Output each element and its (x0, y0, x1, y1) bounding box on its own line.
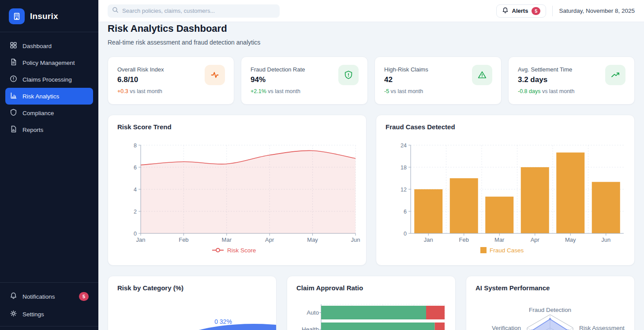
kpi-delta: +0.3 vs last month (117, 88, 162, 94)
page-title: Risk Analytics Dashboard (108, 23, 227, 34)
svg-text:4: 4 (134, 187, 137, 193)
svg-text:24: 24 (401, 142, 407, 149)
sidebar-item-compliance[interactable]: Compliance (5, 105, 93, 121)
search-input[interactable] (122, 8, 275, 14)
claim-approval-chart: AutoHealth (287, 276, 456, 330)
fraud-cases-chart: 06121824JanFebMarAprMayJunFraud Cases (376, 115, 635, 266)
svg-text:18: 18 (401, 165, 407, 171)
sidebar-item-label: Reports (22, 127, 43, 133)
sidebar-item-label: Compliance (22, 110, 54, 116)
kpi-label: High-Risk Claims (384, 66, 428, 73)
notifications-badge: 5 (79, 292, 89, 301)
svg-text:Jan: Jan (136, 236, 146, 243)
svg-text:6: 6 (134, 165, 137, 171)
panel-fraud-cases: Fraud Cases Detected 06121824JanFebMarAp… (376, 115, 635, 266)
alerts-button[interactable]: Alerts 5 (496, 4, 547, 18)
sidebar-footer: Notifications 5 Settings (0, 283, 98, 326)
shield-icon (10, 109, 17, 117)
shield-alert-icon (338, 65, 359, 85)
date-text: Saturday, November 8, 2025 (559, 8, 635, 14)
brand: Insurix (0, 0, 98, 32)
page-content: Risk Analytics Dashboard Real-time risk … (98, 22, 644, 330)
alerts-badge: 5 (532, 7, 540, 15)
app-root: Insurix Dashboard Policy Management (0, 0, 644, 330)
kpi-value: 42 (384, 75, 393, 84)
bell-icon (10, 292, 17, 301)
svg-text:2: 2 (134, 209, 137, 215)
alerts-label: Alerts (512, 8, 528, 14)
kpi-label: Fraud Detection Rate (251, 66, 305, 73)
kpi-label: Avg. Settlement Time (518, 66, 572, 73)
sidebar: Insurix Dashboard Policy Management (0, 0, 98, 330)
bar-chart-icon (10, 92, 17, 101)
svg-text:Risk Assessment: Risk Assessment (579, 325, 625, 330)
kpi-value: 6.8/10 (117, 75, 138, 84)
kpi-card-high-risk-claims: High-Risk Claims 42 -5 vs last month (374, 56, 502, 105)
svg-text:Mar: Mar (222, 236, 232, 243)
activity-icon (205, 65, 225, 85)
panel-ai-performance: AI System Performance Fraud DetectionRis… (466, 276, 635, 330)
app-logo-icon (9, 8, 25, 24)
kpi-label: Overall Risk Index (117, 66, 164, 73)
svg-text:Apr: Apr (531, 236, 540, 243)
ai-performance-radar: Fraud DetectionRisk AssessmentVerificati… (466, 276, 635, 330)
svg-text:Jun: Jun (351, 236, 360, 243)
svg-text:6: 6 (404, 209, 407, 215)
svg-text:Health: Health (302, 326, 319, 330)
sidebar-item-label: Claims Processing (22, 76, 72, 83)
gear-icon (10, 310, 17, 319)
sidebar-item-policy-management[interactable]: Policy Management (5, 54, 93, 71)
svg-text:0: 0 (404, 231, 407, 237)
main-area: Alerts 5 Saturday, November 8, 2025 Risk… (98, 0, 644, 330)
sidebar-item-label: Notifications (22, 293, 55, 300)
svg-text:May: May (565, 236, 576, 243)
svg-text:May: May (307, 236, 318, 243)
kpi-value: 3.2 days (518, 75, 547, 84)
sidebar-item-label: Policy Management (22, 60, 75, 66)
alert-circle-icon (10, 75, 17, 84)
topbar: Alerts 5 Saturday, November 8, 2025 (98, 0, 644, 22)
topbar-divider (552, 6, 553, 16)
svg-text:0 32%: 0 32% (214, 318, 232, 325)
risk-by-category-pie: 0 32% (108, 276, 277, 330)
svg-text:Auto: Auto (307, 309, 319, 316)
sidebar-item-reports[interactable]: Reports (5, 121, 93, 138)
svg-text:Apr: Apr (265, 236, 274, 243)
svg-text:Feb: Feb (459, 236, 469, 243)
trending-up-icon (605, 65, 625, 85)
risk-score-trend-chart: 02468JanFebMarAprMayJunRisk Score (108, 115, 367, 266)
sidebar-item-label: Settings (22, 311, 44, 318)
kpi-delta: +2.1% vs last month (251, 88, 300, 94)
sidebar-item-label: Dashboard (22, 43, 52, 49)
kpi-card-fraud-detection: Fraud Detection Rate 94% +2.1% vs last m… (241, 56, 368, 105)
app-name: Insurix (30, 11, 58, 21)
svg-text:Mar: Mar (494, 236, 505, 243)
sidebar-nav: Dashboard Policy Management Claims Proce… (0, 32, 98, 282)
topbar-right: Alerts 5 Saturday, November 8, 2025 (496, 4, 635, 18)
sidebar-item-claims-processing[interactable]: Claims Processing (5, 71, 93, 88)
sidebar-item-dashboard[interactable]: Dashboard (5, 38, 93, 54)
page-subtitle: Real-time risk assessment and fraud dete… (108, 39, 260, 46)
kpi-delta: -0.8 days vs last month (518, 88, 575, 94)
svg-text:Fraud Cases: Fraud Cases (490, 247, 524, 254)
kpi-value: 94% (251, 75, 266, 84)
panel-risk-by-category: Risk by Category (%) 0 32% (108, 276, 277, 330)
svg-text:8: 8 (134, 142, 137, 149)
file-chart-icon (10, 125, 17, 134)
sidebar-item-notifications[interactable]: Notifications 5 (5, 288, 93, 305)
svg-text:Jun: Jun (601, 236, 610, 243)
grid-icon (10, 41, 17, 50)
kpi-delta: -5 vs last month (384, 88, 423, 94)
file-text-icon (10, 58, 17, 67)
sidebar-item-risk-analytics[interactable]: Risk Analytics (5, 88, 93, 105)
svg-text:12: 12 (401, 187, 407, 193)
search-bar[interactable] (108, 4, 280, 18)
bell-icon (502, 7, 509, 15)
svg-text:Verification: Verification (492, 325, 521, 330)
sidebar-item-settings[interactable]: Settings (5, 306, 93, 322)
kpi-card-settlement-time: Avg. Settlement Time 3.2 days -0.8 days … (508, 56, 635, 105)
panel-risk-score-trend: Risk Score Trend 02468JanFebMarAprMayJun… (108, 115, 367, 266)
sidebar-item-label: Risk Analytics (22, 93, 59, 100)
alert-triangle-icon (472, 65, 492, 85)
svg-text:Feb: Feb (179, 236, 188, 243)
